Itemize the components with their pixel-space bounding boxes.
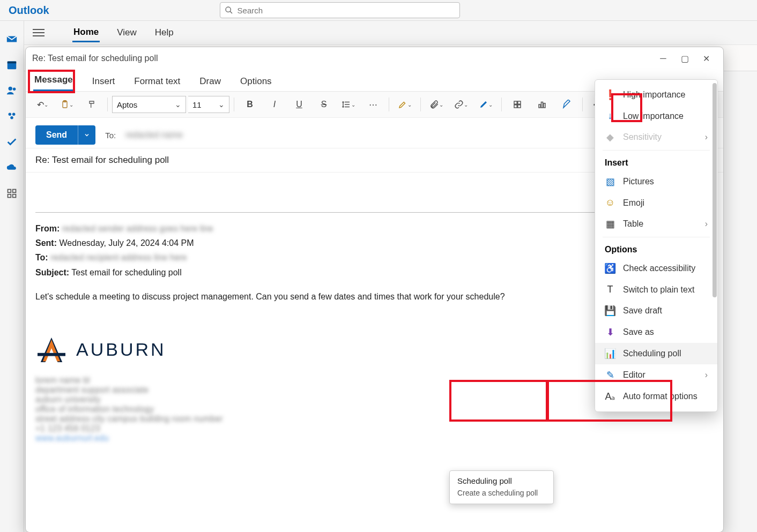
svg-point-8: [10, 116, 13, 119]
svg-rect-28: [38, 353, 65, 356]
font-size-select[interactable]: 11⌄: [188, 96, 229, 113]
close-button[interactable]: ✕: [695, 50, 717, 67]
svg-rect-11: [8, 194, 11, 198]
app-name: Outlook: [4, 4, 54, 17]
menu-table[interactable]: ▦Table›: [595, 213, 717, 235]
compose-window: Re: Test email for scheduling poll ─ ▢ ✕…: [25, 47, 724, 532]
menu-scrollbar[interactable]: [713, 83, 717, 297]
svg-rect-22: [518, 101, 521, 104]
menu-options-header: Options: [595, 239, 717, 258]
left-navigation-rail: [0, 21, 24, 532]
todo-icon[interactable]: [5, 136, 18, 148]
send-button[interactable]: Send: [35, 125, 95, 145]
calendar-icon[interactable]: [5, 58, 18, 71]
onedrive-icon[interactable]: [5, 161, 18, 174]
menu-save-draft[interactable]: 💾Save draft: [595, 300, 717, 321]
svg-rect-24: [518, 105, 521, 108]
svg-rect-10: [13, 190, 16, 193]
title-bar: Outlook: [0, 0, 757, 21]
auburn-logo-icon: [35, 336, 68, 364]
svg-rect-3: [8, 62, 17, 64]
tab-message[interactable]: Message: [33, 71, 74, 91]
link-button[interactable]: ⌄: [450, 96, 472, 113]
poll-button[interactable]: [531, 96, 553, 113]
hamburger-icon[interactable]: [33, 29, 44, 36]
menu-low-importance[interactable]: ↓Low importance: [595, 106, 717, 126]
bold-button[interactable]: B: [239, 96, 261, 113]
more-formatting-button[interactable]: ⋯: [362, 96, 384, 113]
people-icon[interactable]: [5, 84, 18, 97]
svg-rect-12: [13, 194, 16, 198]
font-name-select[interactable]: Aptos⌄: [112, 96, 186, 113]
main-tabs-row: Home View Help: [24, 21, 757, 45]
search-input[interactable]: [236, 5, 455, 16]
tab-help[interactable]: Help: [154, 24, 175, 41]
signature-org-name: AUBURN: [76, 339, 166, 360]
menu-scheduling-poll[interactable]: 📊Scheduling poll: [595, 343, 717, 364]
underline-button[interactable]: U: [288, 96, 310, 113]
mail-icon[interactable]: [5, 33, 18, 46]
italic-button[interactable]: I: [263, 96, 286, 113]
svg-rect-23: [514, 105, 517, 108]
tab-home[interactable]: Home: [72, 24, 100, 42]
attach-button[interactable]: ⌄: [425, 96, 448, 113]
groups-icon[interactable]: [5, 110, 18, 123]
signature-button[interactable]: ⌄: [474, 96, 497, 113]
compose-title-bar: Re: Test email for scheduling poll ─ ▢ ✕: [26, 47, 723, 70]
svg-point-0: [226, 7, 231, 12]
menu-check-accessibility[interactable]: ♿Check accessibility: [595, 258, 717, 279]
highlight-button[interactable]: ⌄: [394, 96, 416, 113]
svg-point-4: [9, 87, 12, 91]
scheduling-poll-tooltip: Scheduling poll Create a scheduling poll: [449, 470, 554, 504]
to-value-redacted: redacted name: [125, 130, 183, 140]
more-options-menu: ❗High importance ↓Low importance ◆Sensit…: [595, 79, 718, 412]
strikethrough-button[interactable]: S: [313, 96, 335, 113]
svg-rect-21: [514, 101, 517, 104]
menu-emoji[interactable]: ☺Emoji: [595, 192, 717, 213]
search-icon: [225, 6, 233, 14]
menu-plain-text[interactable]: TSwitch to plain text: [595, 279, 717, 300]
minimize-button[interactable]: ─: [652, 50, 674, 67]
tab-format-text[interactable]: Format text: [133, 73, 181, 91]
tab-insert[interactable]: Insert: [91, 73, 116, 91]
tab-view[interactable]: View: [116, 24, 138, 41]
menu-pictures[interactable]: ▧Pictures: [595, 171, 717, 192]
main-area: Home View Help New mail Delete⌄ Arc: [24, 21, 757, 532]
menu-editor[interactable]: ✎Editor›: [595, 364, 717, 386]
menu-sensitivity[interactable]: ◆Sensitivity›: [595, 126, 717, 148]
svg-point-7: [12, 113, 15, 116]
svg-point-6: [9, 113, 11, 116]
svg-point-5: [13, 88, 16, 91]
to-label: To:: [105, 131, 116, 140]
tab-draw[interactable]: Draw: [198, 73, 222, 91]
menu-auto-format[interactable]: AₐAuto format options: [595, 386, 717, 407]
menu-insert-header: Insert: [595, 153, 717, 171]
clear-format-button[interactable]: [555, 96, 578, 113]
undo-button[interactable]: ↶⌄: [31, 96, 54, 113]
search-box[interactable]: [220, 2, 460, 18]
format-painter-button[interactable]: [80, 96, 103, 113]
apps-icon[interactable]: [5, 187, 18, 200]
maximize-button[interactable]: ▢: [674, 50, 695, 67]
send-dropdown[interactable]: [78, 125, 95, 145]
svg-line-1: [230, 11, 232, 13]
svg-rect-25: [539, 104, 540, 108]
svg-rect-9: [8, 190, 11, 193]
svg-rect-26: [541, 102, 543, 108]
line-spacing-button[interactable]: ⌄: [337, 96, 360, 113]
menu-save-as[interactable]: ⬇Save as: [595, 321, 717, 343]
tab-options[interactable]: Options: [239, 73, 273, 91]
loop-button[interactable]: [506, 96, 529, 113]
paste-button[interactable]: ⌄: [56, 96, 78, 113]
compose-title-text: Re: Test email for scheduling poll: [32, 54, 158, 63]
menu-high-importance[interactable]: ❗High importance: [595, 84, 717, 106]
svg-rect-27: [544, 103, 545, 108]
